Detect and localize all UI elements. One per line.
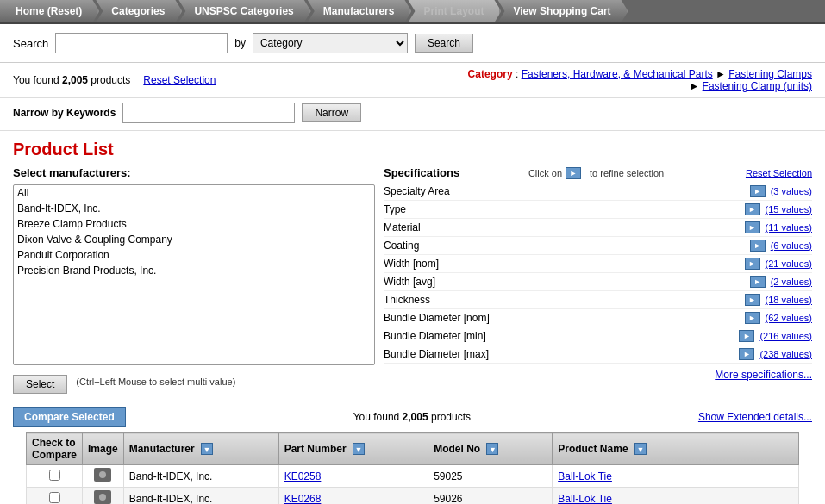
more-specs-link[interactable]: More specifications... (715, 369, 812, 381)
row-product-1: Ball-Lok Tie (553, 488, 799, 505)
compare-selected-button[interactable]: Compare Selected (13, 407, 126, 427)
row-part-link-0[interactable]: KE0258 (284, 470, 322, 482)
breadcrumb-arrow-1: ► (716, 68, 728, 80)
breadcrumb-3[interactable]: Fastening Clamp (units) (703, 80, 812, 92)
spec-refine-btn-1[interactable]: ► (745, 203, 760, 215)
th-image: Image (83, 433, 124, 465)
row-checkbox-1[interactable] (49, 492, 60, 503)
spec-name-7: Bundle Diameter [nom] (384, 312, 745, 324)
manufacturer-option-panduit[interactable]: Panduit Corporation (14, 247, 374, 263)
spec-values-1[interactable]: (15 values) (766, 204, 812, 215)
sort-part-number-icon[interactable]: ▼ (353, 443, 365, 455)
reset-selection-link[interactable]: Reset Selection (143, 74, 216, 86)
spec-values-3[interactable]: (6 values) (771, 240, 812, 251)
row-checkbox-0[interactable] (49, 470, 60, 481)
spec-name-4: Width [nom] (384, 258, 745, 270)
spec-name-9: Bundle Diameter [max] (384, 348, 739, 360)
spec-refine-btn-4[interactable]: ► (745, 258, 760, 270)
spec-values-2[interactable]: (11 values) (766, 222, 812, 233)
search-category-select[interactable]: Category Manufacturer Part Number Model … (253, 33, 408, 53)
table-row: Band-It-IDEX, Inc. KE0268 59026 Ball-Lok… (27, 488, 799, 505)
nav-print: Print Layout (408, 0, 501, 22)
spec-name-2: Material (384, 221, 745, 233)
row-check-1 (27, 488, 83, 505)
spec-values-8[interactable]: (216 values) (759, 331, 812, 341)
info-bar: You found 2,005 products Reset Selection… (0, 63, 825, 98)
specs-header: Specifications Click on ► to refine sele… (384, 166, 812, 179)
row-product-link-1[interactable]: Ball-Lok Tie (558, 493, 612, 505)
spec-row-2: Material ► (11 values) (384, 219, 812, 237)
breadcrumb-2[interactable]: Fastening Clamps (728, 68, 812, 80)
spec-row-9: Bundle Diameter [max] ► (238 values) (384, 345, 812, 364)
product-table-container: Check to Compare Image Manufacturer ▼ Pa… (0, 432, 825, 504)
row-product-0: Ball-Lok Tie (553, 465, 799, 488)
search-label: Search (13, 37, 48, 50)
spec-values-9[interactable]: (238 values) (759, 349, 812, 359)
spec-values-7[interactable]: (62 values) (766, 313, 812, 323)
sort-model-no-icon[interactable]: ▼ (486, 443, 498, 455)
bottom-found-text: You found 2,005 products (353, 411, 471, 423)
row-model-0: 59025 (428, 465, 553, 488)
row-check-0 (27, 465, 83, 488)
specs-reset-link[interactable]: Reset Selection (746, 168, 812, 178)
spec-refine-btn-6[interactable]: ► (745, 294, 760, 306)
sort-product-name-icon[interactable]: ▼ (634, 443, 647, 455)
spec-name-5: Width [avg] (384, 276, 750, 288)
narrow-label: Narrow by Keywords (13, 107, 116, 119)
th-part-number: Part Number ▼ (278, 433, 428, 465)
th-check-to-compare: Check to Compare (27, 433, 83, 465)
category-breadcrumb: Category : Fasteners, Hardware, & Mechan… (468, 68, 812, 92)
spec-refine-btn-2[interactable]: ► (745, 221, 760, 233)
multi-select-hint: (Ctrl+Left Mouse to select multi value) (76, 376, 235, 387)
row-model-1: 59026 (428, 488, 553, 505)
spec-values-0[interactable]: (3 values) (771, 186, 812, 196)
narrow-input[interactable] (122, 103, 295, 123)
manufacturers-list[interactable]: All Band-It-IDEX, Inc. Breeze Clamp Prod… (13, 184, 375, 365)
narrow-button[interactable]: Narrow (302, 103, 361, 122)
found-count: 2,005 (62, 74, 88, 86)
nav-home[interactable]: Home (Reset) (0, 0, 99, 22)
specs-title: Specifications (384, 166, 459, 179)
row-product-link-0[interactable]: Ball-Lok Tie (558, 470, 612, 482)
manufacturer-option-breeze[interactable]: Breeze Clamp Products (14, 216, 374, 232)
search-input[interactable] (55, 33, 228, 53)
th-model-no: Model No ▼ (428, 433, 553, 465)
spec-row-7: Bundle Diameter [nom] ► (62 values) (384, 309, 812, 327)
select-button[interactable]: Select (13, 375, 67, 394)
top-navigation: Home (Reset) Categories UNSPSC Categorie… (0, 0, 825, 24)
bottom-bar: Compare Selected You found 2,005 product… (0, 401, 825, 432)
nav-unspsc[interactable]: UNSPSC Categories (178, 0, 310, 22)
spec-refine-btn-9[interactable]: ► (739, 348, 754, 360)
spec-values-6[interactable]: (18 values) (766, 295, 812, 305)
show-extended-link[interactable]: Show Extended details... (698, 411, 812, 423)
nav-manufacturers[interactable]: Manufacturers (308, 0, 412, 22)
spec-refine-btn-0[interactable]: ► (750, 185, 766, 197)
breadcrumb-1[interactable]: Fasteners, Hardware, & Mechanical Parts (522, 68, 713, 80)
bottom-count: 2,005 (403, 411, 428, 423)
nav-categories[interactable]: Categories (96, 0, 182, 22)
row-part-link-1[interactable]: KE0268 (284, 493, 322, 505)
spec-values-5[interactable]: (2 values) (771, 277, 812, 287)
manufacturer-option-all[interactable]: All (14, 185, 374, 201)
search-button[interactable]: Search (415, 34, 473, 53)
row-image-1 (83, 488, 124, 505)
breadcrumb-arrow-2: ► (689, 80, 702, 92)
manufacturer-option-dixon[interactable]: Dixon Valve & Coupling Company (14, 232, 374, 247)
hint-btn-icon: ► (566, 167, 581, 179)
hint-suffix: to refine selection (590, 168, 664, 178)
spec-refine-btn-3[interactable]: ► (750, 240, 766, 252)
spec-row-5: Width [avg] ► (2 values) (384, 273, 812, 291)
nav-shopping-cart[interactable]: View Shopping Cart (497, 0, 628, 22)
specifications-panel: Specifications Click on ► to refine sele… (384, 166, 812, 394)
spec-values-4[interactable]: (21 values) (766, 258, 812, 269)
spec-refine-btn-8[interactable]: ► (739, 330, 754, 342)
sort-manufacturer-icon[interactable]: ▼ (201, 443, 213, 455)
spec-name-8: Bundle Diameter [min] (384, 330, 739, 342)
manufacturers-panel: Select manufacturers: All Band-It-IDEX, … (13, 166, 375, 394)
manufacturer-option-bandit[interactable]: Band-It-IDEX, Inc. (14, 201, 374, 216)
product-list-heading: Product List (0, 131, 825, 166)
manufacturer-option-precision[interactable]: Precision Brand Products, Inc. (14, 263, 374, 278)
spec-refine-btn-7[interactable]: ► (745, 312, 760, 324)
camera-icon-1 (94, 490, 111, 504)
spec-refine-btn-5[interactable]: ► (750, 276, 766, 288)
